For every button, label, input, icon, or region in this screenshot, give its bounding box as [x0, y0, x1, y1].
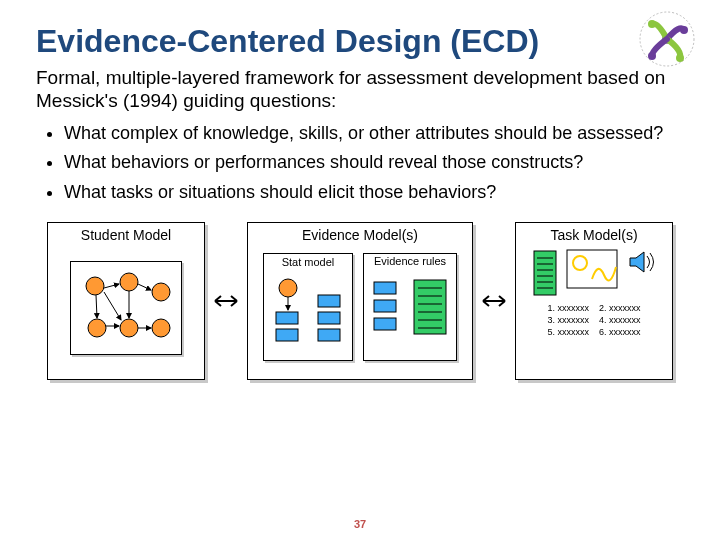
svg-line-12 — [104, 284, 119, 288]
svg-point-2 — [648, 20, 656, 28]
task-feature: 5. xxxxxxx — [547, 327, 589, 339]
evidence-rules-box: Evidence rules — [363, 253, 457, 361]
svg-point-11 — [152, 319, 170, 337]
evidence-model-panel: Evidence Model(s) Stat model — [247, 222, 473, 380]
svg-point-9 — [88, 319, 106, 337]
task-feature: 4. xxxxxxx — [599, 315, 641, 327]
task-feature: 2. xxxxxxx — [599, 303, 641, 315]
stat-model-label: Stat model — [264, 256, 352, 268]
double-arrow-icon — [211, 294, 241, 308]
svg-rect-22 — [276, 312, 298, 324]
task-features-list: 1. xxxxxxx 2. xxxxxxx 3. xxxxxxx 4. xxxx… — [547, 303, 640, 338]
org-logo-icon — [638, 10, 696, 68]
svg-rect-26 — [318, 329, 340, 341]
bullet-item: What complex of knowledge, skills, or ot… — [64, 122, 684, 145]
svg-point-8 — [152, 283, 170, 301]
task-audio-icon — [626, 249, 656, 275]
student-model-panel: Student Model — [47, 222, 205, 380]
bullet-list: What complex of knowledge, skills, or ot… — [50, 122, 684, 204]
svg-point-20 — [279, 279, 297, 297]
svg-rect-27 — [374, 282, 396, 294]
svg-point-7 — [120, 273, 138, 291]
student-model-graph — [70, 261, 182, 355]
student-model-title: Student Model — [81, 227, 171, 243]
task-model-panel: Task Model(s) — [515, 222, 673, 380]
svg-rect-29 — [374, 318, 396, 330]
svg-point-10 — [120, 319, 138, 337]
svg-rect-23 — [276, 329, 298, 341]
models-diagram: Student Model — [36, 222, 684, 380]
svg-line-13 — [138, 284, 151, 290]
evidence-model-title: Evidence Model(s) — [302, 227, 418, 243]
svg-point-3 — [680, 26, 688, 34]
page-number: 37 — [0, 518, 720, 530]
svg-rect-24 — [318, 295, 340, 307]
svg-point-4 — [676, 54, 684, 62]
task-doc-icon — [532, 249, 558, 297]
bullet-item: What behaviors or performances should re… — [64, 151, 684, 174]
svg-rect-45 — [567, 250, 617, 288]
svg-rect-28 — [374, 300, 396, 312]
svg-point-5 — [648, 52, 656, 60]
task-feature: 3. xxxxxxx — [547, 315, 589, 327]
slide-title: Evidence-Centered Design (ECD) — [36, 24, 684, 59]
bullet-item: What tasks or situations should elicit t… — [64, 181, 684, 204]
task-model-title: Task Model(s) — [550, 227, 637, 243]
intro-text: Formal, multiple-layered framework for a… — [36, 67, 684, 112]
task-chart-icon — [566, 249, 618, 289]
svg-point-6 — [86, 277, 104, 295]
double-arrow-icon — [479, 294, 509, 308]
svg-line-18 — [104, 292, 121, 320]
stat-model-box: Stat model — [263, 253, 353, 361]
svg-line-14 — [96, 295, 97, 318]
task-feature: 1. xxxxxxx — [547, 303, 589, 315]
svg-rect-25 — [318, 312, 340, 324]
task-feature: 6. xxxxxxx — [599, 327, 641, 339]
evidence-rules-label: Evidence rules — [364, 256, 456, 268]
